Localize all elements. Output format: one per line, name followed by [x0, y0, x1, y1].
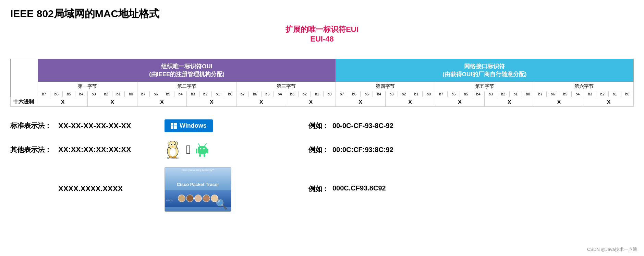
hex-val-11: X — [534, 97, 584, 107]
svg-line-14 — [205, 143, 206, 146]
svg-point-15 — [200, 148, 201, 149]
nic-header: 网络接口标识符 (由获得OUI的厂商自行随意分配) — [336, 59, 633, 82]
notation-value-2: XX:XX:XX:XX:XX:XX — [58, 145, 161, 154]
bit-b7-b1: b7 — [38, 91, 50, 97]
windows-label: Windows — [180, 122, 207, 129]
svg-point-5 — [174, 144, 175, 145]
hex-label: 十六进制 — [11, 97, 38, 107]
person-2 — [186, 195, 194, 202]
cisco-logo-text: cisco — [166, 199, 172, 202]
hex-val-3: X — [137, 97, 187, 107]
notation-icons-3: Cisco | Networking Academy™ Cisco Packet… — [165, 167, 240, 212]
svg-point-4 — [171, 144, 172, 145]
example-value-2: 00:0C:CF:93:8C:92 — [332, 146, 393, 154]
hex-val-7: X — [336, 97, 385, 107]
example-value-1: 00-0C-CF-93-8C-92 — [332, 122, 393, 130]
svg-rect-18 — [207, 149, 208, 153]
notation-row-2: 其他表示法： XX:XX:XX:XX:XX:XX — [10, 136, 634, 163]
cisco-title: Cisco Packet Tracer — [177, 182, 219, 187]
center-label: 扩展的唯一标识符EUI EUI-48 — [285, 24, 359, 44]
android-icon — [196, 142, 209, 157]
eui-label-line2: EUI-48 — [285, 35, 359, 44]
watermark: CSDN @Java技术一点通 — [587, 246, 637, 253]
person-3 — [194, 195, 202, 202]
bit-row: b7b6b5b4b3b2b1b0 b7b6b5b4b3b2b1b0 b7b6b5… — [11, 91, 634, 97]
bottom-section: 标准表示法： XX-XX-XX-XX-XX-XX Windows 例如： 00-… — [10, 115, 634, 216]
byte-header-row: 第一字节 第二字节 第三字节 第四字节 第五字节 第六字节 — [11, 82, 634, 91]
example-label-3: 例如： — [308, 184, 329, 194]
byte-1-header: 第一字节 — [38, 82, 137, 91]
hex-row: 十六进制 X X X X X X X X X X X X — [11, 97, 634, 107]
svg-rect-20 — [204, 154, 205, 157]
cisco-subtitle: Cisco | Networking Academy™ — [165, 167, 231, 172]
mac-table-wrapper: 组织唯一标识符OUI (由IEEE的注册管理机构分配) 网络接口标识符 (由获得… — [10, 59, 634, 107]
apple-icon:  — [186, 142, 191, 157]
hex-val-6: X — [286, 97, 336, 107]
byte-4-header: 第四字节 — [336, 82, 435, 91]
svg-line-13 — [198, 143, 200, 146]
hex-val-10: X — [485, 97, 534, 107]
person-1 — [178, 195, 185, 202]
notation-row-3: XXXX.XXXX.XXXX Cisco | Networking Academ… — [10, 163, 634, 216]
notation-value-3: XXXX.XXXX.XXXX — [58, 184, 161, 193]
notation-value-1: XX-XX-XX-XX-XX-XX — [58, 121, 161, 130]
svg-rect-19 — [199, 154, 201, 157]
byte-5-header: 第五字节 — [435, 82, 534, 91]
example-label-1: 例如： — [308, 121, 329, 130]
cisco-packet-tracer-image: Cisco | Networking Academy™ Cisco Packet… — [165, 167, 231, 212]
svg-point-10 — [168, 142, 170, 145]
notation-icons-1: Windows — [165, 119, 240, 132]
hex-val-4: X — [187, 97, 236, 107]
header-row: 组织唯一标识符OUI (由IEEE的注册管理机构分配) 网络接口标识符 (由获得… — [11, 59, 634, 82]
oui-header: 组织唯一标识符OUI (由IEEE的注册管理机构分配) — [38, 59, 336, 82]
byte-6-header: 第六字节 — [534, 82, 634, 91]
person-4 — [203, 195, 210, 202]
svg-rect-17 — [196, 149, 197, 153]
example-value-3: 000C.CF93.8C92 — [332, 184, 386, 192]
example-label-2: 例如： — [308, 145, 329, 154]
hex-val-12: X — [584, 97, 633, 107]
svg-point-7 — [170, 148, 176, 156]
hex-val-5: X — [236, 97, 286, 107]
hex-val-1: X — [38, 97, 88, 107]
mac-table: 组织唯一标识符OUI (由IEEE的注册管理机构分配) 网络接口标识符 (由获得… — [10, 59, 634, 107]
svg-point-11 — [175, 142, 178, 145]
windows-icon — [171, 123, 177, 129]
windows-button[interactable]: Windows — [165, 119, 213, 132]
byte-3-header: 第三字节 — [236, 82, 336, 91]
byte-2-header: 第二字节 — [137, 82, 236, 91]
linux-icon: GNU/Linux — [165, 140, 181, 159]
main-title: IEEE 802局域网的MAC地址格式 — [10, 7, 634, 21]
notation-label-1: 标准表示法： — [10, 121, 55, 130]
eui-label-line1: 扩展的唯一标识符EUI — [285, 24, 359, 35]
hex-val-9: X — [435, 97, 485, 107]
hex-val-8: X — [385, 97, 435, 107]
magnifier-icon: 🔍 — [216, 199, 228, 210]
notation-icons-2: GNU/Linux  — [165, 140, 240, 159]
notation-label-2: 其他表示法： — [10, 145, 55, 154]
hex-val-2: X — [87, 97, 137, 107]
svg-point-16 — [203, 148, 205, 149]
svg-text:GNU/Linux: GNU/Linux — [167, 157, 179, 159]
notation-row-1: 标准表示法： XX-XX-XX-XX-XX-XX Windows 例如： 00-… — [10, 115, 634, 136]
